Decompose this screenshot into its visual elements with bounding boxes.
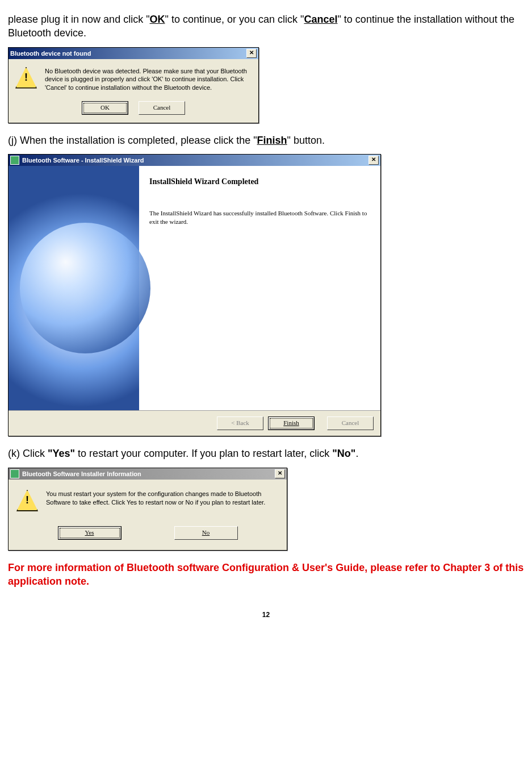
titlebar: Bluetooth device not found ✕ bbox=[9, 48, 258, 59]
installer-icon bbox=[10, 156, 19, 165]
intro-ok: OK bbox=[150, 14, 165, 25]
titlebar: Bluetooth Software - InstallShield Wizar… bbox=[9, 155, 380, 166]
step-j-finish: Finish bbox=[257, 135, 287, 146]
dialog-message: You must restart your system for the con… bbox=[46, 490, 279, 511]
dialog-title: Bluetooth device not found bbox=[10, 50, 91, 57]
dialog-message: No Bluetooth device was detected. Please… bbox=[45, 67, 252, 93]
no-button[interactable]: No bbox=[174, 526, 238, 540]
step-k-yes: "Yes" bbox=[48, 448, 75, 459]
yes-button[interactable]: Yes bbox=[58, 526, 122, 540]
installer-icon bbox=[10, 469, 19, 478]
dialog-title: Bluetooth Software - InstallShield Wizar… bbox=[22, 157, 144, 164]
step-j-text: (j) When the installation is completed, … bbox=[8, 134, 524, 147]
step-k-no: "No" bbox=[332, 448, 355, 459]
dialog-restart: Bluetooth Software Installer Information… bbox=[8, 468, 287, 551]
footer-note: For more information of Bluetooth softwa… bbox=[8, 561, 524, 589]
page-number: 12 bbox=[8, 611, 524, 619]
step-k-text: (k) Click "Yes" to restart your computer… bbox=[8, 447, 524, 460]
back-button: < Back bbox=[217, 416, 263, 430]
dialog-installshield-wizard: Bluetooth Software - InstallShield Wizar… bbox=[8, 154, 381, 436]
finish-button[interactable]: Finish bbox=[268, 416, 315, 430]
warning-icon bbox=[16, 490, 38, 511]
ok-button[interactable]: OK bbox=[82, 101, 128, 115]
close-icon[interactable]: ✕ bbox=[368, 156, 379, 165]
close-icon[interactable]: ✕ bbox=[275, 469, 285, 478]
dialog-title: Bluetooth Software Installer Information bbox=[22, 470, 141, 477]
dialog-bt-not-found: Bluetooth device not found ✕ No Bluetoot… bbox=[8, 47, 259, 124]
cancel-button: Cancel bbox=[327, 416, 374, 430]
warning-icon bbox=[15, 67, 37, 89]
titlebar: Bluetooth Software Installer Information… bbox=[9, 468, 287, 480]
wizard-heading: InstallShield Wizard Completed bbox=[149, 177, 370, 186]
intro-cancel: Cancel bbox=[304, 14, 337, 25]
wizard-side-image bbox=[9, 166, 139, 410]
wizard-message: The InstallShield Wizard has successfull… bbox=[149, 209, 370, 226]
close-icon[interactable]: ✕ bbox=[246, 49, 257, 58]
cancel-button[interactable]: Cancel bbox=[139, 101, 185, 115]
intro-paragraph: please plug it in now and click "OK" to … bbox=[8, 13, 524, 40]
